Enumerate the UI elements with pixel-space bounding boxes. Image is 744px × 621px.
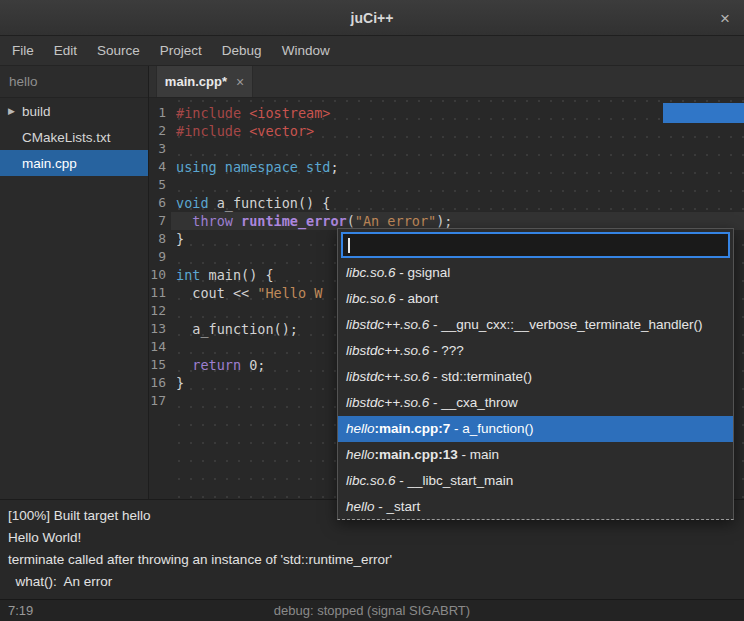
- code-token: }: [176, 231, 184, 247]
- file-tree: ▶buildCMakeLists.txtmain.cpp: [0, 98, 148, 176]
- menu-item-debug[interactable]: Debug: [212, 36, 272, 66]
- tab-label: main.cpp*: [165, 74, 227, 89]
- stack-frame-text: - std::terminate(): [429, 369, 532, 384]
- code-line-2[interactable]: #include <vector>: [176, 122, 744, 140]
- tree-item-label: CMakeLists.txt: [22, 130, 111, 145]
- tab-bar: main.cpp* ×: [149, 66, 744, 98]
- tree-item-build[interactable]: ▶build: [0, 98, 148, 124]
- menu-item-project[interactable]: Project: [150, 36, 212, 66]
- tab-close-icon[interactable]: ×: [236, 75, 244, 89]
- line-number: 6: [149, 194, 171, 212]
- menu-item-file[interactable]: File: [2, 36, 44, 66]
- stack-frame-text: - __libc_start_main: [396, 473, 514, 488]
- line-number: 16: [149, 374, 171, 392]
- code-token: (: [347, 213, 355, 229]
- stack-frame-item[interactable]: hello:main.cpp:13 - main: [338, 442, 733, 468]
- stack-frame-text: - abort: [396, 291, 439, 306]
- stack-frame-text: :main.cpp:7: [375, 421, 451, 436]
- code-token-kw: throw: [192, 213, 233, 229]
- tree-item-label: main.cpp: [22, 156, 77, 171]
- stack-frame-item[interactable]: libc.so.6 - gsignal: [338, 260, 733, 286]
- stack-frame-item[interactable]: libstdc++.so.6 - std::terminate(): [338, 364, 733, 390]
- line-number: 15: [149, 356, 171, 374]
- juci-window: { "window": { "title": "juCi++", "close_…: [0, 0, 744, 621]
- line-number: 12: [149, 302, 171, 320]
- line-number: 11: [149, 284, 171, 302]
- menu-item-source[interactable]: Source: [87, 36, 150, 66]
- window-close-icon[interactable]: ×: [720, 9, 730, 26]
- console-line: what(): An error: [8, 571, 736, 593]
- line-number: 2: [149, 122, 171, 140]
- project-header: hello: [0, 66, 148, 98]
- code-line-6[interactable]: void a_function() {: [176, 194, 744, 212]
- stack-list: libc.so.6 - gsignallibc.so.6 - abortlibs…: [338, 260, 733, 520]
- line-number: 9: [149, 248, 171, 266]
- text-caret: [348, 238, 350, 253]
- code-token-inc: <iostream>: [249, 105, 330, 121]
- code-token: a_function();: [176, 321, 298, 337]
- menu-bar: FileEditSourceProjectDebugWindow: [0, 36, 744, 66]
- code-token: [233, 213, 241, 229]
- stack-frame-item[interactable]: libstdc++.so.6 - __cxa_throw: [338, 390, 733, 416]
- code-token: [241, 105, 249, 121]
- code-token-type: using namespace std: [176, 159, 330, 175]
- expander-icon[interactable]: ▶: [8, 106, 22, 116]
- code-token-inc: <vector>: [249, 123, 314, 139]
- stack-frame-text: hello: [346, 421, 375, 436]
- code-token-kw: return: [192, 357, 241, 373]
- tab-main-cpp[interactable]: main.cpp* ×: [156, 66, 253, 97]
- stack-frame-text: libstdc++.so.6: [346, 343, 429, 358]
- line-number: 7: [149, 212, 171, 230]
- stack-frame-text: libc.so.6: [346, 291, 396, 306]
- line-number: 4: [149, 158, 171, 176]
- code-token: [176, 213, 192, 229]
- line-number: 14: [149, 338, 171, 356]
- code-line-1[interactable]: #include <iostream>: [176, 104, 744, 122]
- code-line-4[interactable]: using namespace std;: [176, 158, 744, 176]
- code-line-5[interactable]: [176, 176, 744, 194]
- stack-frame-text: hello: [346, 499, 375, 514]
- console-line: terminate called after throwing an insta…: [8, 549, 736, 571]
- tree-item-main-cpp[interactable]: main.cpp: [0, 150, 148, 176]
- line-number: 3: [149, 140, 171, 158]
- line-number: 10: [149, 266, 171, 284]
- stack-frame-item[interactable]: libstdc++.so.6 - __gnu_cxx::__verbose_te…: [338, 312, 733, 338]
- code-line-3[interactable]: [176, 140, 744, 158]
- stack-frame-item[interactable]: hello:main.cpp:7 - a_function(): [338, 416, 733, 442]
- stack-frame-item[interactable]: libstdc++.so.6 - ???: [338, 338, 733, 364]
- status-bar: 7:19 debug: stopped (signal SIGABRT): [0, 599, 744, 621]
- stack-frame-text: - a_function(): [450, 421, 533, 436]
- sidebar: hello ▶buildCMakeLists.txtmain.cpp: [0, 66, 149, 499]
- code-token-type: int: [176, 267, 200, 283]
- stack-trace-popup: libc.so.6 - gsignallibc.so.6 - abortlibs…: [337, 228, 734, 520]
- stack-frame-text: - main: [458, 447, 499, 462]
- code-token: );: [436, 213, 452, 229]
- tree-item-label: build: [22, 104, 51, 119]
- menu-item-window[interactable]: Window: [272, 36, 340, 66]
- line-number-gutter: 1234567891011121314151617: [149, 98, 171, 499]
- stack-frame-text: - _start: [375, 499, 421, 514]
- stack-frame-text: libstdc++.so.6: [346, 395, 429, 410]
- menu-item-edit[interactable]: Edit: [44, 36, 87, 66]
- window-titlebar: juCi++ ×: [0, 0, 744, 36]
- tree-item-cmakelists-txt[interactable]: CMakeLists.txt: [0, 124, 148, 150]
- code-token: 0;: [241, 357, 265, 373]
- stack-frame-text: - ???: [429, 343, 464, 358]
- code-token-type: void: [176, 195, 209, 211]
- stack-frame-text: libstdc++.so.6: [346, 317, 429, 332]
- line-number: 5: [149, 176, 171, 194]
- code-token: }: [176, 375, 184, 391]
- code-token-kwb: runtime_error: [241, 213, 347, 229]
- scrollbar-thumb[interactable]: [663, 103, 744, 123]
- code-token: [241, 123, 249, 139]
- stack-frame-item[interactable]: libc.so.6 - abort: [338, 286, 733, 312]
- stack-frame-item[interactable]: hello - _start: [338, 494, 733, 520]
- stack-frame-text: - gsignal: [396, 265, 451, 280]
- line-number: 1: [149, 104, 171, 122]
- stack-frame-text: - __cxa_throw: [429, 395, 518, 410]
- stack-frame-item[interactable]: libc.so.6 - __libc_start_main: [338, 468, 733, 494]
- stack-search-input[interactable]: [341, 232, 730, 258]
- code-token-str: "Hello W: [257, 285, 322, 301]
- stack-frame-text: libc.so.6: [346, 265, 396, 280]
- line-number: 17: [149, 392, 171, 410]
